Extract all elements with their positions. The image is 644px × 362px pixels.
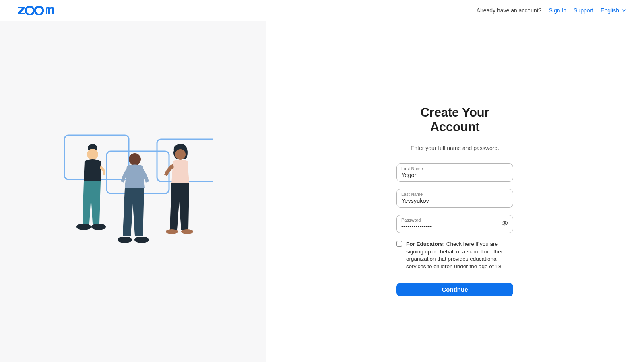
- first-name-input[interactable]: [401, 172, 508, 178]
- password-label: Password: [401, 218, 508, 222]
- form-panel: Create Your Account Enter your full name…: [266, 21, 644, 362]
- zoom-logo[interactable]: [18, 6, 56, 15]
- svg-point-8: [91, 224, 106, 230]
- svg-point-11: [134, 237, 149, 243]
- header-nav: Already have an account? Sign In Support…: [477, 7, 626, 14]
- header: Already have an account? Sign In Support…: [0, 0, 644, 21]
- svg-point-13: [166, 229, 178, 234]
- password-field[interactable]: Password: [396, 215, 513, 233]
- chevron-down-icon: [621, 8, 626, 13]
- first-name-field[interactable]: First Name: [396, 163, 513, 182]
- educators-bold: For Educators:: [406, 241, 445, 247]
- password-input[interactable]: [401, 223, 508, 230]
- support-link[interactable]: Support: [574, 7, 593, 14]
- svg-point-9: [129, 153, 141, 165]
- svg-point-10: [118, 237, 132, 243]
- svg-point-12: [175, 149, 186, 160]
- svg-point-6: [87, 149, 98, 160]
- language-label: English: [601, 7, 619, 14]
- page-title: Create Your Account: [396, 105, 513, 134]
- educators-text: For Educators: Check here if you are sig…: [406, 241, 513, 271]
- sign-in-link[interactable]: Sign In: [549, 7, 566, 14]
- educators-checkbox[interactable]: [396, 241, 402, 247]
- already-have-account-text: Already have an account?: [477, 7, 542, 14]
- main: Create Your Account Enter your full name…: [0, 21, 644, 362]
- last-name-field[interactable]: Last Name: [396, 189, 513, 208]
- last-name-label: Last Name: [401, 192, 508, 197]
- svg-point-0: [26, 6, 34, 14]
- page-subtitle: Enter your full name and password.: [396, 145, 513, 151]
- eye-icon: [501, 220, 508, 227]
- svg-point-7: [76, 224, 91, 230]
- zoom-logo-icon: [18, 6, 56, 15]
- svg-point-16: [504, 222, 506, 224]
- continue-button[interactable]: Continue: [396, 283, 513, 296]
- people-illustration: [52, 123, 213, 260]
- language-selector[interactable]: English: [601, 7, 626, 14]
- svg-point-1: [35, 6, 43, 14]
- svg-point-14: [181, 229, 193, 234]
- show-password-button[interactable]: [501, 220, 508, 228]
- illustration-panel: [0, 21, 266, 362]
- last-name-input[interactable]: [401, 197, 508, 204]
- first-name-label: First Name: [401, 166, 508, 171]
- signup-form: Create Your Account Enter your full name…: [396, 105, 513, 296]
- educators-checkbox-row: For Educators: Check here if you are sig…: [396, 241, 513, 271]
